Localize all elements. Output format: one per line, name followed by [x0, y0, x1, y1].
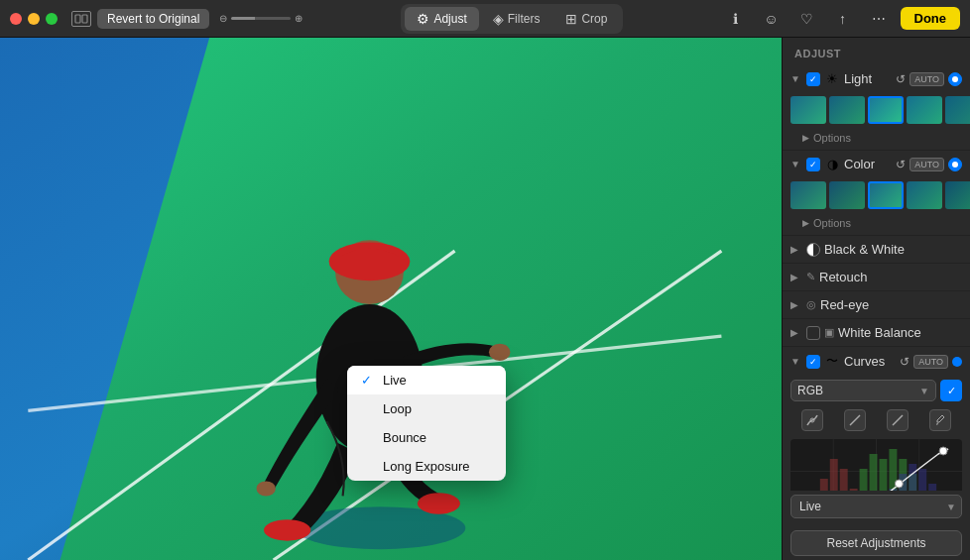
- svg-point-10: [256, 481, 275, 496]
- svg-rect-40: [928, 484, 936, 491]
- revert-button[interactable]: Revert to Original: [97, 9, 209, 29]
- wb-toggle[interactable]: [806, 326, 820, 340]
- rgb-select-arrow-icon: ▼: [919, 386, 929, 396]
- redeye-section-header[interactable]: ▶ ◎ Red-eye: [783, 291, 970, 318]
- light-thumb-1[interactable]: [790, 96, 826, 124]
- svg-rect-39: [918, 469, 926, 491]
- live-select[interactable]: Live Loop Bounce Long Exposure: [790, 495, 962, 518]
- bw-section: ▶ Black & White: [783, 236, 970, 264]
- color-thumbs: [783, 177, 970, 215]
- light-thumb-4[interactable]: [907, 96, 942, 124]
- light-undo-icon[interactable]: ↺: [896, 72, 906, 86]
- emoji-button[interactable]: ☺: [758, 5, 786, 33]
- more-button[interactable]: ⋯: [865, 5, 893, 33]
- curves-label: Curves: [844, 354, 896, 369]
- toolbar-center: ⚙ Adjust ◈ Filters ⊞ Crop: [401, 4, 623, 34]
- right-panel: ADJUST ▼ ☀ Light ↺ AUTO: [782, 38, 970, 560]
- color-thumb-4[interactable]: [907, 181, 942, 209]
- crop-tab[interactable]: ⊞ Crop: [553, 7, 619, 31]
- live-mode-dropdown[interactable]: ✓ Live ✓ Loop ✓ Bounce ✓ Long Exposure: [347, 366, 506, 481]
- live-select-wrap: Live Loop Bounce Long Exposure ▼: [790, 495, 962, 518]
- light-thumb-3[interactable]: [868, 96, 904, 124]
- options-label: Options: [813, 132, 851, 144]
- color-section-header[interactable]: ▼ ◑ Color ↺ AUTO: [783, 151, 970, 177]
- share-button[interactable]: ↑: [829, 5, 857, 33]
- live-bar: Live Loop Bounce Long Exposure ▼: [783, 491, 970, 526]
- rgb-select[interactable]: RGB ▼: [790, 380, 936, 401]
- light-auto-badge[interactable]: AUTO: [909, 72, 944, 86]
- reset-adjustments-button[interactable]: Reset Adjustments: [790, 530, 962, 556]
- curves-chevron-icon: ▼: [790, 356, 802, 367]
- redeye-section: ▶ ◎ Red-eye: [783, 291, 970, 319]
- curves-undo-icon[interactable]: ↺: [900, 355, 909, 369]
- color-thumb-1[interactable]: [790, 181, 826, 209]
- curve-tool-mid[interactable]: [844, 409, 866, 431]
- maximize-button[interactable]: [46, 13, 58, 25]
- bottom-panel: Live Loop Bounce Long Exposure ▼ Reset A…: [783, 491, 970, 560]
- curve-tool-highlight[interactable]: [887, 409, 909, 431]
- curve-tool-shadow[interactable]: [801, 409, 823, 431]
- color-options-row[interactable]: ▶ Options: [783, 215, 970, 235]
- light-thumbs: [783, 92, 970, 130]
- titlebar: Revert to Original ⊖ ⊕ ⚙ Adjust ◈ Filter…: [0, 0, 970, 38]
- color-thumb-2[interactable]: [829, 181, 865, 209]
- color-thumb-3[interactable]: [868, 181, 904, 209]
- curves-auto-badge[interactable]: AUTO: [913, 355, 948, 369]
- wb-section: ▶ ▣ White Balance: [783, 319, 970, 347]
- dropdown-item-longexposure[interactable]: ✓ Long Exposure: [347, 452, 506, 481]
- redeye-icon: ◎: [806, 298, 816, 311]
- retouch-section: ▶ ✎ Retouch: [783, 264, 970, 291]
- traffic-lights: [10, 13, 58, 25]
- light-icon: ☀: [824, 71, 840, 86]
- curve-tool-dropper[interactable]: [929, 409, 951, 431]
- curves-toggle[interactable]: [806, 355, 820, 369]
- color-toggle[interactable]: [806, 158, 820, 171]
- check-icon: ✓: [947, 385, 956, 397]
- bw-section-header[interactable]: ▶ Black & White: [783, 236, 970, 263]
- dropdown-item-live[interactable]: ✓ Live: [347, 366, 506, 394]
- color-active-dot[interactable]: [948, 158, 962, 171]
- svg-rect-1: [82, 15, 87, 23]
- close-button[interactable]: [10, 13, 22, 25]
- light-section-header[interactable]: ▼ ☀ Light ↺ AUTO: [783, 65, 970, 92]
- zoom-slider[interactable]: [231, 17, 291, 20]
- minimize-button[interactable]: [28, 13, 40, 25]
- svg-rect-30: [860, 469, 868, 491]
- redeye-label: Red-eye: [820, 297, 962, 312]
- color-options-label: Options: [813, 217, 851, 229]
- heart-button[interactable]: ♡: [793, 5, 821, 33]
- color-thumb-5[interactable]: [945, 181, 970, 209]
- light-section: ▼ ☀ Light ↺ AUTO ▶ Options: [783, 65, 970, 151]
- photo-canvas: ✓ Live ✓ Loop ✓ Bounce ✓ Long Exposure: [0, 38, 782, 560]
- dropdown-item-loop[interactable]: ✓ Loop: [347, 394, 506, 423]
- retouch-section-header[interactable]: ▶ ✎ Retouch: [783, 264, 970, 290]
- done-button[interactable]: Done: [901, 7, 961, 30]
- check-icon: ✓: [361, 373, 375, 388]
- light-active-dot[interactable]: [948, 72, 962, 86]
- info-button[interactable]: ℹ: [722, 5, 750, 33]
- color-undo-icon[interactable]: ↺: [896, 158, 906, 171]
- zoom-in-icon: ⊕: [295, 13, 303, 24]
- dropdown-item-bounce[interactable]: ✓ Bounce: [347, 423, 506, 452]
- light-label: Light: [844, 71, 892, 86]
- light-thumb-2[interactable]: [829, 96, 865, 124]
- retouch-label: Retouch: [819, 270, 962, 284]
- filters-tab[interactable]: ◈ Filters: [481, 7, 552, 31]
- wb-chevron-icon: ▶: [790, 327, 802, 338]
- color-auto-badge[interactable]: AUTO: [909, 158, 944, 171]
- curves-section-header[interactable]: ▼ 〜 Curves ↺ AUTO: [783, 347, 970, 376]
- svg-rect-28: [840, 469, 848, 491]
- light-thumb-5[interactable]: [945, 96, 970, 124]
- zoom-out-icon: ⊖: [219, 13, 227, 24]
- crop-icon: ⊞: [565, 11, 577, 27]
- adjust-tab[interactable]: ⚙ Adjust: [405, 7, 478, 31]
- window-layout-icon: [71, 11, 91, 27]
- curves-graph[interactable]: [790, 439, 962, 491]
- light-options-row[interactable]: ▶ Options: [783, 130, 970, 150]
- curves-active-btn[interactable]: ✓: [940, 380, 962, 401]
- adjust-list: ▼ ☀ Light ↺ AUTO ▶ Options: [783, 65, 970, 491]
- light-toggle[interactable]: [806, 72, 820, 86]
- filters-icon: ◈: [493, 11, 504, 27]
- main-content: ✓ Live ✓ Loop ✓ Bounce ✓ Long Exposure: [0, 38, 970, 560]
- wb-section-header[interactable]: ▶ ▣ White Balance: [783, 319, 970, 346]
